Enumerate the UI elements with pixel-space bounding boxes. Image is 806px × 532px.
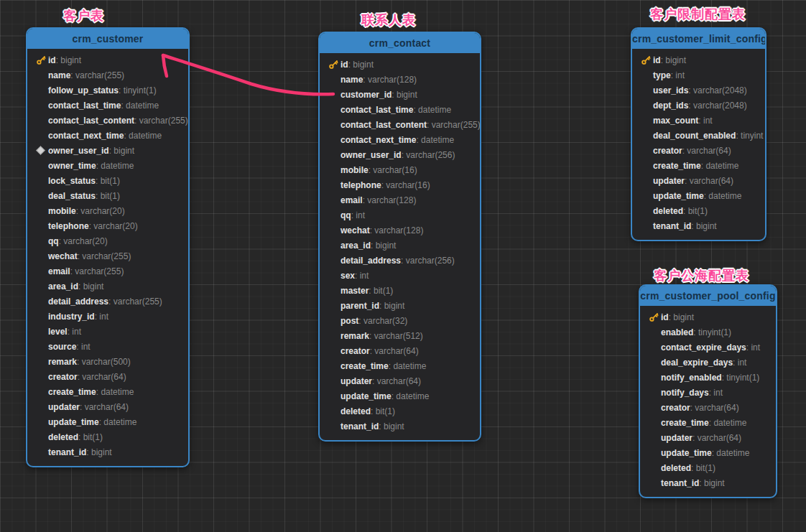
field-row-create_time[interactable]: create_time: datetime <box>640 415 776 430</box>
field-row-contact_last_content[interactable]: contact_last_content: varchar(255) <box>320 117 480 132</box>
field-row-mobile[interactable]: mobile: varchar(16) <box>320 162 480 177</box>
field-row-tenant_id[interactable]: tenant_id: bigint <box>640 475 776 490</box>
field-row-tenant_id[interactable]: tenant_id: bigint <box>27 444 188 459</box>
field-row-update_time[interactable]: update_time: datetime <box>632 188 765 203</box>
field-row-user_ids[interactable]: user_ids: varchar(2048) <box>632 83 765 98</box>
field-row-area_id[interactable]: area_id: bigint <box>320 238 480 253</box>
table-crm-customer-limit-config[interactable]: crm_customer_limit_config id: biginttype… <box>631 27 766 241</box>
field-row-type[interactable]: type: int <box>632 67 765 83</box>
field-row-sex[interactable]: sex: int <box>320 268 480 283</box>
field-row-creator[interactable]: creator: varchar(64) <box>320 343 480 358</box>
field-type: : bit(1) <box>683 206 708 216</box>
field-row-remark[interactable]: remark: varchar(512) <box>320 328 480 343</box>
table-crm-customer-pool-config[interactable]: crm_customer_pool_config id: bigintenabl… <box>639 284 777 498</box>
field-row-area_id[interactable]: area_id: bigint <box>27 279 188 294</box>
field-name: notify_enabled <box>661 373 722 383</box>
field-row-master[interactable]: master: bit(1) <box>320 283 480 298</box>
table-header-crm-customer-limit-config[interactable]: crm_customer_limit_config <box>632 29 765 49</box>
field-row-contact_next_time[interactable]: contact_next_time: datetime <box>320 132 480 147</box>
field-name: updater <box>48 402 80 412</box>
field-row-contact_last_time[interactable]: contact_last_time: datetime <box>320 102 480 117</box>
field-row-update_time[interactable]: update_time: datetime <box>27 414 188 429</box>
field-row-id[interactable]: id: bigint <box>320 57 480 72</box>
field-row-create_time[interactable]: create_time: datetime <box>632 158 765 173</box>
field-row-deal_count_enabled[interactable]: deal_count_enabled: tinyint <box>632 128 765 143</box>
field-row-creator[interactable]: creator: varchar(64) <box>640 400 776 415</box>
field-row-wechat[interactable]: wechat: varchar(255) <box>27 248 188 263</box>
field-row-deleted[interactable]: deleted: bit(1) <box>320 403 480 419</box>
field-row-deleted[interactable]: deleted: bit(1) <box>27 429 188 444</box>
field-row-updater[interactable]: updater: varchar(64) <box>320 373 480 388</box>
field-row-creator[interactable]: creator: varchar(64) <box>632 143 765 158</box>
field-type: : bigint <box>78 281 103 291</box>
field-type: : bigint <box>109 146 134 156</box>
field-row-source[interactable]: source: int <box>27 339 188 354</box>
field-row-email[interactable]: email: varchar(255) <box>27 263 188 279</box>
field-list-crm-customer: id: bigintname: varchar(255)follow_up_st… <box>27 49 188 466</box>
field-name: mobile <box>341 165 369 175</box>
field-row-telephone[interactable]: telephone: varchar(16) <box>320 177 480 192</box>
field-row-mobile[interactable]: mobile: varchar(20) <box>27 203 188 218</box>
field-row-contact_expire_days[interactable]: contact_expire_days: int <box>640 340 776 355</box>
field-row-updater[interactable]: updater: varchar(64) <box>640 430 776 445</box>
field-row-owner_user_id[interactable]: owner_user_id: varchar(256) <box>320 147 480 162</box>
field-row-deleted[interactable]: deleted: bit(1) <box>640 460 776 475</box>
field-row-update_time[interactable]: update_time: datetime <box>320 388 480 403</box>
field-row-create_time[interactable]: create_time: datetime <box>27 384 188 399</box>
field-name: deleted <box>341 406 371 416</box>
field-row-detail_address[interactable]: detail_address: varchar(255) <box>27 294 188 309</box>
field-row-qq[interactable]: qq: int <box>320 207 480 223</box>
field-row-contact_last_content[interactable]: contact_last_content: varchar(255) <box>27 113 188 128</box>
field-row-lock_status[interactable]: lock_status: bit(1) <box>27 173 188 188</box>
field-type: : tinyint(1) <box>722 373 760 383</box>
field-row-creator[interactable]: creator: varchar(64) <box>27 369 188 384</box>
table-header-crm-contact[interactable]: crm_contact <box>320 33 480 53</box>
field-row-dept_ids[interactable]: dept_ids: varchar(2048) <box>632 98 765 113</box>
field-row-updater[interactable]: updater: varchar(64) <box>27 399 188 414</box>
field-row-tenant_id[interactable]: tenant_id: bigint <box>632 218 765 233</box>
field-type: : bigint <box>699 478 724 488</box>
primary-key-icon <box>638 55 653 65</box>
field-name: max_count <box>653 116 698 126</box>
field-row-wechat[interactable]: wechat: varchar(128) <box>320 223 480 238</box>
field-type: : bigint <box>379 301 404 311</box>
field-type: : varchar(64) <box>690 403 739 413</box>
field-row-update_time[interactable]: update_time: datetime <box>640 445 776 460</box>
field-row-id[interactable]: id: bigint <box>632 52 765 67</box>
field-row-telephone[interactable]: telephone: varchar(20) <box>27 218 188 233</box>
field-type: : int <box>733 358 746 368</box>
field-row-enabled[interactable]: enabled: tinyint(1) <box>640 325 776 340</box>
field-row-detail_address[interactable]: detail_address: varchar(256) <box>320 253 480 268</box>
field-row-id[interactable]: id: bigint <box>640 309 776 325</box>
field-row-deal_expire_days[interactable]: deal_expire_days: int <box>640 355 776 370</box>
field-row-remark[interactable]: remark: varchar(500) <box>27 354 188 369</box>
field-row-deal_status[interactable]: deal_status: bit(1) <box>27 188 188 203</box>
field-row-post[interactable]: post: varchar(32) <box>320 313 480 328</box>
table-crm-contact[interactable]: crm_contact id: bigintname: varchar(128)… <box>318 32 481 442</box>
table-label-crm-customer-pool-config: 客户公海配置表 <box>654 267 749 284</box>
field-row-customer_id[interactable]: customer_id: bigint <box>320 87 480 102</box>
field-row-industry_id[interactable]: industry_id: int <box>27 309 188 324</box>
field-row-parent_id[interactable]: parent_id: bigint <box>320 298 480 313</box>
field-row-contact_last_time[interactable]: contact_last_time: datetime <box>27 98 188 113</box>
field-row-level[interactable]: level: int <box>27 324 188 339</box>
field-row-deleted[interactable]: deleted: bit(1) <box>632 203 765 218</box>
table-header-crm-customer[interactable]: crm_customer <box>27 29 188 49</box>
field-row-notify_enabled[interactable]: notify_enabled: tinyint(1) <box>640 370 776 385</box>
field-list-crm-customer-limit-config: id: biginttype: intuser_ids: varchar(204… <box>632 49 765 240</box>
field-row-owner_time[interactable]: owner_time: datetime <box>27 158 188 173</box>
field-row-contact_next_time[interactable]: contact_next_time: datetime <box>27 128 188 143</box>
field-row-email[interactable]: email: varchar(128) <box>320 192 480 207</box>
table-header-crm-customer-pool-config[interactable]: crm_customer_pool_config <box>640 286 776 306</box>
field-row-qq[interactable]: qq: varchar(20) <box>27 233 188 248</box>
field-row-updater[interactable]: updater: varchar(64) <box>632 173 765 188</box>
field-row-name[interactable]: name: varchar(128) <box>320 72 480 87</box>
field-row-follow_up_status[interactable]: follow_up_status: tinyint(1) <box>27 83 188 98</box>
diagram-canvas[interactable]: 客户表 联系人表 客户限制配置表 客户公海配置表 crm_customer id… <box>0 0 806 532</box>
field-row-max_count[interactable]: max_count: int <box>632 113 765 128</box>
field-row-notify_days[interactable]: notify_days: int <box>640 385 776 400</box>
field-row-owner_user_id[interactable]: owner_user_id: bigint <box>27 143 188 158</box>
table-crm-customer[interactable]: crm_customer id: bigintname: varchar(255… <box>26 27 190 467</box>
field-row-create_time[interactable]: create_time: datetime <box>320 358 480 373</box>
field-row-tenant_id[interactable]: tenant_id: bigint <box>320 419 480 434</box>
